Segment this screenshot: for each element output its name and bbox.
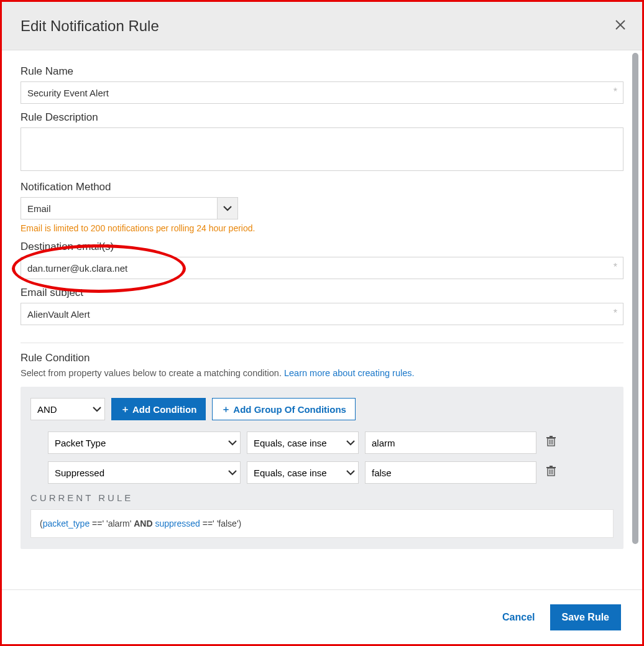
condition-field-select[interactable] [48, 461, 241, 484]
svg-rect-12 [546, 467, 556, 468]
condition-operator-select[interactable] [247, 431, 359, 454]
condition-value-input[interactable] [365, 431, 536, 454]
notification-method-select[interactable] [21, 197, 238, 219]
modal-title: Edit Notification Rule [21, 17, 159, 35]
add-group-button[interactable]: ＋Add Group Of Conditions [212, 398, 356, 420]
add-group-label: Add Group Of Conditions [233, 404, 346, 415]
rule-key: packet_type [43, 519, 90, 528]
trash-icon[interactable] [543, 436, 559, 450]
condition-value-input[interactable] [365, 461, 536, 484]
trash-icon[interactable] [543, 466, 559, 479]
email-subject-label: Email subject [21, 287, 623, 299]
divider [21, 343, 623, 343]
rule-condition-heading: Rule Condition [21, 352, 623, 364]
condition-row [48, 431, 614, 454]
condition-panel: ＋Add Condition ＋Add Group Of Conditions [21, 387, 623, 549]
svg-rect-13 [550, 466, 553, 467]
chevron-down-icon[interactable] [346, 461, 355, 484]
rule-description-input[interactable] [21, 127, 623, 171]
rule-description-label: Rule Description [21, 111, 623, 124]
chevron-down-icon[interactable] [228, 431, 237, 454]
rule-condition-sub: Select from property values below to cre… [21, 368, 623, 378]
svg-rect-6 [546, 437, 556, 438]
modal-body: Rule Name Rule Description Notification … [2, 50, 642, 589]
current-rule-box: (packet_type ==' 'alarm' AND suppressed … [30, 509, 614, 538]
plus-icon: ＋ [121, 404, 130, 415]
current-rule-label: CURRENT RULE [30, 492, 614, 503]
add-condition-label: Add Condition [132, 404, 196, 415]
save-rule-button[interactable]: Save Rule [550, 604, 621, 630]
notification-method-warning: Email is limited to 200 notifications pe… [21, 223, 623, 233]
chevron-down-icon[interactable] [346, 431, 355, 454]
rule-key: suppressed [153, 519, 200, 528]
add-condition-button[interactable]: ＋Add Condition [111, 398, 206, 420]
svg-rect-7 [550, 436, 553, 437]
condition-row [48, 461, 614, 484]
modal-footer: Cancel Save Rule [2, 589, 642, 644]
condition-field-select[interactable] [48, 431, 241, 454]
destination-emails-input[interactable] [21, 257, 623, 279]
plus-icon: ＋ [221, 404, 231, 415]
cancel-button[interactable]: Cancel [499, 611, 538, 624]
rule-condition-sub-text: Select from property values below to cre… [21, 368, 284, 378]
rule-name-label: Rule Name [21, 65, 623, 78]
modal-header: Edit Notification Rule [2, 2, 642, 50]
learn-more-link[interactable]: Learn more about creating rules. [284, 368, 415, 378]
rule-name-input[interactable] [21, 81, 623, 104]
condition-toolbar: ＋Add Condition ＋Add Group Of Conditions [30, 398, 614, 420]
chevron-down-icon[interactable] [89, 398, 105, 420]
chevron-down-icon[interactable] [217, 197, 238, 219]
rule-and: AND [134, 519, 152, 528]
notification-method-label: Notification Method [21, 181, 623, 193]
close-icon[interactable] [615, 18, 626, 34]
rule-literal: ==' 'alarm' [90, 519, 134, 528]
condition-operator-select[interactable] [247, 461, 359, 484]
destination-emails-label: Destination email(s) [21, 241, 623, 253]
email-subject-input[interactable] [21, 303, 623, 325]
chevron-down-icon[interactable] [228, 461, 237, 484]
rule-literal: ==' 'false') [200, 519, 241, 528]
